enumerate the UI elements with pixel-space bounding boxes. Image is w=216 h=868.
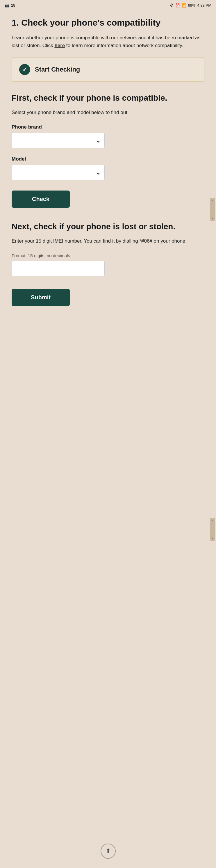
- stolen-title: Next, check if your phone is lost or sto…: [12, 222, 204, 231]
- description-text2: to learn more information about network …: [65, 43, 183, 48]
- model-select-wrapper: ⌄: [12, 165, 105, 180]
- scrollbar-up-arrow-icon: ▲: [211, 199, 214, 202]
- scrollbar2-down-arrow-icon: ▼: [211, 537, 214, 540]
- submit-button[interactable]: Submit: [12, 289, 70, 306]
- clock: 4:38 PM: [197, 3, 211, 7]
- section1-description: Learn whether your phone is compatible w…: [12, 34, 204, 50]
- status-number: 15: [11, 3, 15, 7]
- stolen-section: Next, check if your phone is lost or sto…: [12, 222, 204, 306]
- check-button[interactable]: Check: [12, 190, 70, 208]
- start-checking-button[interactable]: Start Checking: [12, 58, 204, 82]
- status-icon: 📷: [5, 3, 9, 7]
- status-bar: 📷 15 ⏱ ⏰ 📶 69% 4:38 PM: [0, 0, 216, 10]
- scroll-top-button[interactable]: ⬆: [101, 843, 116, 859]
- scrollbar-down-arrow-icon: ▼: [211, 217, 214, 220]
- scrollbar2-up-arrow-icon: ▲: [211, 519, 214, 522]
- here-link[interactable]: here: [54, 43, 65, 48]
- phone-brand-select-wrapper: ⌄: [12, 133, 105, 148]
- signal-icon: 📶: [182, 3, 186, 7]
- phone-brand-select[interactable]: [12, 133, 105, 148]
- imei-input[interactable]: [12, 261, 105, 276]
- compatibility-title: First, check if your phone is compatible…: [12, 93, 204, 103]
- scrollbar-hint-bottom[interactable]: ▲ ▼: [210, 518, 215, 541]
- status-bar-right: ⏱ ⏰ 📶 69% 4:38 PM: [170, 3, 211, 7]
- alarm-icon: ⏰: [175, 3, 180, 7]
- stolen-description: Enter your 15 digit IMEI number. You can…: [12, 237, 204, 245]
- timer-icon: ⏱: [170, 3, 174, 7]
- main-content: 1. Check your phone's compatibility Lear…: [0, 10, 216, 353]
- checkmark-icon: [19, 64, 30, 75]
- status-bar-left: 📷 15: [5, 3, 15, 7]
- model-label: Model: [12, 156, 204, 162]
- scrollbar-hint-top[interactable]: ▲ ▼: [210, 198, 215, 221]
- section1-title: 1. Check your phone's compatibility: [12, 18, 204, 28]
- imei-group: Format: 15-digits, no decimals: [12, 253, 204, 276]
- start-checking-label: Start Checking: [35, 66, 80, 73]
- battery-text: 69%: [188, 3, 196, 7]
- compatibility-description: Select your phone brand and model below …: [12, 109, 204, 116]
- model-group: Model ⌄: [12, 156, 204, 180]
- phone-brand-label: Phone brand: [12, 124, 204, 130]
- model-select[interactable]: [12, 165, 105, 180]
- compatibility-section: First, check if your phone is compatible…: [12, 93, 204, 208]
- phone-brand-group: Phone brand ⌄: [12, 124, 204, 148]
- format-label: Format: 15-digits, no decimals: [12, 253, 204, 258]
